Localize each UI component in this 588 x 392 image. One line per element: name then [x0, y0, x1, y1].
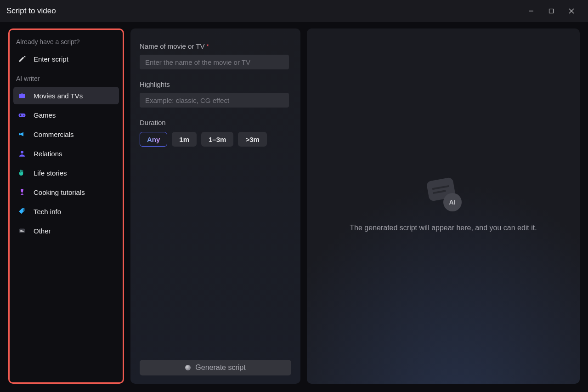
highlights-input[interactable] — [140, 93, 289, 108]
other-icon — [17, 226, 27, 236]
name-label: Name of movie or TV * — [140, 42, 291, 50]
person-icon — [17, 148, 27, 159]
sidebar: Already have a script? Enter script AI w… — [8, 28, 124, 384]
category-label: Relations — [34, 150, 62, 158]
generate-script-button[interactable]: Generate script — [140, 360, 291, 375]
duration-Any[interactable]: Any — [140, 132, 167, 147]
category-person[interactable]: Relations — [13, 145, 119, 162]
titlebar: Script to video — [0, 0, 588, 22]
duration-label: Duration — [140, 119, 291, 126]
close-button[interactable] — [561, 0, 582, 22]
category-label: Life stories — [34, 169, 67, 177]
hand-icon — [17, 168, 27, 178]
pencil-icon — [17, 54, 27, 64]
category-label: Tech info — [34, 208, 61, 216]
category-gamepad[interactable]: Games — [13, 106, 119, 124]
ai-badge: AI — [443, 193, 462, 211]
category-label: Games — [34, 111, 56, 119]
svg-point-8 — [21, 151, 23, 153]
svg-rect-2 — [21, 93, 23, 94]
preview-placeholder-text: The generated script will appear here, a… — [350, 222, 537, 233]
gamepad-icon — [17, 110, 27, 120]
movie-name-input[interactable] — [140, 55, 289, 69]
duration-label: 1–3m — [209, 136, 226, 143]
svg-rect-7 — [19, 133, 20, 136]
category-other[interactable]: Other — [13, 222, 119, 239]
svg-rect-10 — [21, 194, 23, 195]
svg-rect-9 — [22, 192, 23, 194]
spinner-icon — [185, 365, 191, 370]
duration-13m[interactable]: 1–3m — [201, 132, 233, 147]
workspace: Already have a script? Enter script AI w… — [0, 22, 588, 392]
minimize-button[interactable] — [521, 0, 541, 22]
category-label: Cooking tutorials — [34, 188, 85, 196]
wine-icon — [17, 187, 27, 197]
category-megaphone[interactable]: Commercials — [13, 125, 119, 143]
generate-label: Generate script — [195, 364, 245, 372]
megaphone-icon — [17, 129, 27, 139]
duration-label: Any — [147, 136, 160, 143]
enter-script-item[interactable]: Enter script — [13, 50, 119, 68]
duration-3m[interactable]: >3m — [238, 132, 266, 147]
svg-rect-1 — [19, 94, 25, 98]
section-have-script: Already have a script? — [13, 35, 119, 50]
preview-panel: AI The generated script will appear here… — [307, 28, 580, 384]
maximize-button[interactable] — [541, 0, 561, 22]
window-title: Script to video — [6, 6, 56, 16]
category-tag[interactable]: Tech info — [13, 203, 119, 220]
category-list: Movies and TVsGamesCommercialsRelationsL… — [13, 87, 119, 239]
duration-label: >3m — [245, 136, 259, 143]
category-label: Commercials — [34, 131, 74, 138]
tv-icon — [17, 91, 27, 101]
duration-1m[interactable]: 1m — [172, 132, 197, 147]
category-label: Other — [34, 227, 51, 235]
section-ai-writer: AI writer — [13, 72, 119, 87]
category-label: Movies and TVs — [34, 92, 83, 100]
svg-rect-6 — [20, 114, 21, 116]
enter-script-label: Enter script — [34, 55, 68, 63]
required-marker: * — [206, 43, 209, 50]
form-panel: Name of movie or TV * Highlights Duratio… — [130, 28, 300, 384]
highlights-label: Highlights — [140, 80, 291, 88]
svg-point-11 — [23, 210, 24, 210]
tag-icon — [17, 206, 27, 216]
svg-rect-14 — [20, 231, 24, 232]
ai-placeholder-icon: AI — [425, 179, 462, 211]
category-hand[interactable]: Life stories — [13, 164, 119, 182]
svg-rect-0 — [549, 9, 554, 13]
duration-chipset: Any1m1–3m>3m — [140, 132, 291, 147]
svg-rect-13 — [20, 230, 23, 231]
svg-point-4 — [23, 115, 24, 116]
duration-label: 1m — [179, 136, 189, 143]
category-wine[interactable]: Cooking tutorials — [13, 183, 119, 201]
category-tv[interactable]: Movies and TVs — [13, 87, 119, 104]
